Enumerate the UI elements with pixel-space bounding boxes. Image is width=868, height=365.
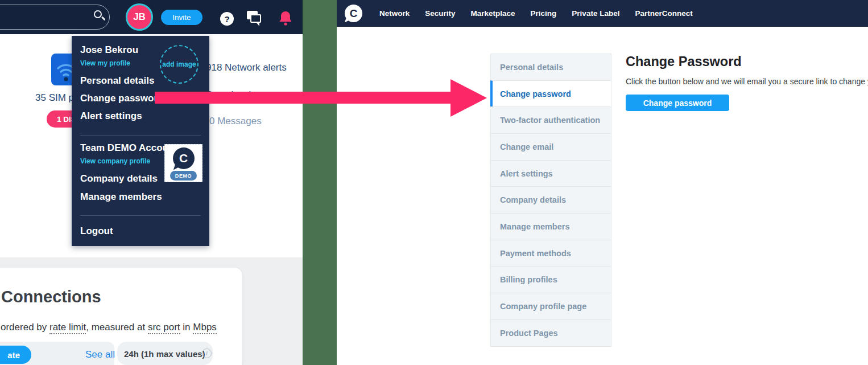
nav-item[interactable]: Private Label [572,9,619,18]
user-dropdown-menu: Jose Bekrou View my profile add image Pe… [72,36,209,246]
dropdown-menu-item[interactable]: Change password [80,93,163,104]
add-image-button[interactable]: add image [160,45,199,84]
left-screenshot: 35 SIM p 1 DISAB 918 Network alerts Secu… [0,0,303,365]
dropdown-menu-item[interactable]: Manage members [80,191,162,203]
connections-section: Connections ordered by rate limit, measu… [0,257,303,365]
dropdown-team-name: Team DEMO Account [80,142,177,154]
settings-menu-item[interactable]: Two-factor authentication [490,106,611,134]
see-all-link[interactable]: See all [85,349,115,360]
settings-menu-item[interactable]: Change email [490,133,611,161]
connections-title: Connections [1,288,101,306]
rate-limit-term[interactable]: rate limit [49,322,86,334]
settings-menu-item[interactable]: Payment methods [490,240,611,267]
divider-stripe [303,0,337,365]
nav-item[interactable]: Network [379,9,410,18]
avatar[interactable]: JB [126,3,153,31]
dropdown-user-name: Jose Bekrou [80,44,138,56]
subtitle-text: , measured at [86,322,148,333]
left-top-bar: JB Invite ? [0,0,303,34]
nav-item[interactable]: Pricing [531,9,557,18]
company-logo-bubble: C [173,147,195,169]
subtitle-text: ordered by [1,322,49,333]
annotation-arrow-shaft [155,92,452,104]
settings-menu-item[interactable]: Manage members [490,213,611,240]
time-range-label[interactable]: 24h (1h max values) [124,349,205,359]
view-my-profile-link[interactable]: View my profile [80,59,130,67]
dropdown-menu-item[interactable]: Alert settings [80,110,142,122]
subtitle-text: in [180,322,193,333]
settings-menu-item[interactable]: Personal details [490,54,611,81]
invite-button[interactable]: Invite [161,10,202,25]
change-password-panel: Change Password Click the button below a… [626,54,868,111]
dropdown-menu-item[interactable]: Personal details [80,75,154,87]
right-top-bar: C Network Security Marketplace Pricing P… [337,0,868,27]
annotation-arrow-head [450,79,487,117]
src-port-term[interactable]: src port [148,322,180,334]
right-screenshot: C Network Security Marketplace Pricing P… [337,0,868,365]
nav-item[interactable]: Security [425,9,455,18]
brand-logo[interactable]: C [345,5,362,22]
composite-screenshot: 35 SIM p 1 DISAB 918 Network alerts Secu… [0,0,868,365]
dropdown-divider [80,215,201,216]
info-icon[interactable]: i [202,348,212,358]
chat-icon[interactable] [247,11,264,27]
demo-badge: DEMO [170,171,197,181]
settings-menu: Personal details Change password Two-fac… [490,54,611,347]
logout-button[interactable]: Logout [80,225,113,237]
company-logo: C DEMO [164,144,202,182]
view-company-profile-link[interactable]: View company profile [80,157,150,165]
nav-item[interactable]: Marketplace [471,9,515,18]
aggregate-toggle-button[interactable]: ate [0,346,31,364]
help-icon[interactable]: ? [220,12,234,26]
settings-menu-item[interactable]: Product Pages [490,319,611,347]
sim-packages-stat: 35 SIM p [35,92,74,104]
main-nav: Network Security Marketplace Pricing Pri… [379,9,693,18]
page-description: Click the button below and we will email… [626,77,868,86]
search-icon[interactable] [94,10,108,24]
connections-subtitle: ordered by rate limit, measured at src p… [1,322,217,333]
bell-icon[interactable] [279,10,292,26]
settings-menu-item[interactable]: Alert settings [490,160,611,187]
nav-item[interactable]: PartnerConnect [635,9,692,18]
change-password-button[interactable]: Change password [626,95,729,111]
network-alerts-stat[interactable]: 918 Network alerts [206,62,287,73]
settings-menu-item[interactable]: Billing profiles [490,266,611,294]
messages-stat[interactable]: 0 Messages [209,116,262,127]
mbps-term[interactable]: Mbps [193,322,217,334]
dropdown-menu-item[interactable]: Company details [80,173,158,184]
page-title: Change Password [626,54,868,69]
settings-menu-item[interactable]: Company profile page [490,293,611,320]
dropdown-divider [80,135,201,136]
settings-menu-item[interactable]: Change password [490,80,611,108]
settings-menu-item[interactable]: Company details [490,186,611,214]
